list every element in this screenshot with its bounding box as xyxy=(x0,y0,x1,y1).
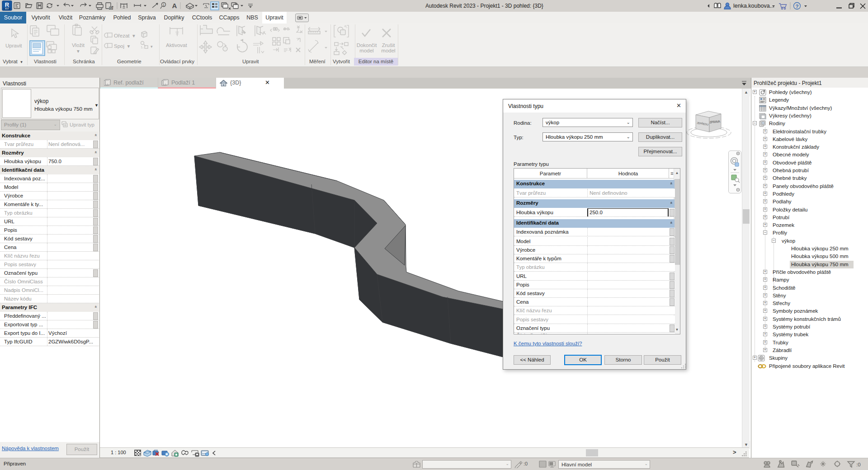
svg-text:PDF: PDF xyxy=(109,7,113,9)
svg-text:1: 1 xyxy=(163,3,165,6)
svg-text:R: R xyxy=(5,1,9,8)
svg-text:lenka.koubova...: lenka.koubova... xyxy=(733,3,774,9)
svg-text:?: ? xyxy=(795,4,798,9)
svg-text:RVT: RVT xyxy=(5,8,9,10)
svg-text::0: :0 xyxy=(856,462,861,467)
svg-text:A: A xyxy=(172,2,177,9)
